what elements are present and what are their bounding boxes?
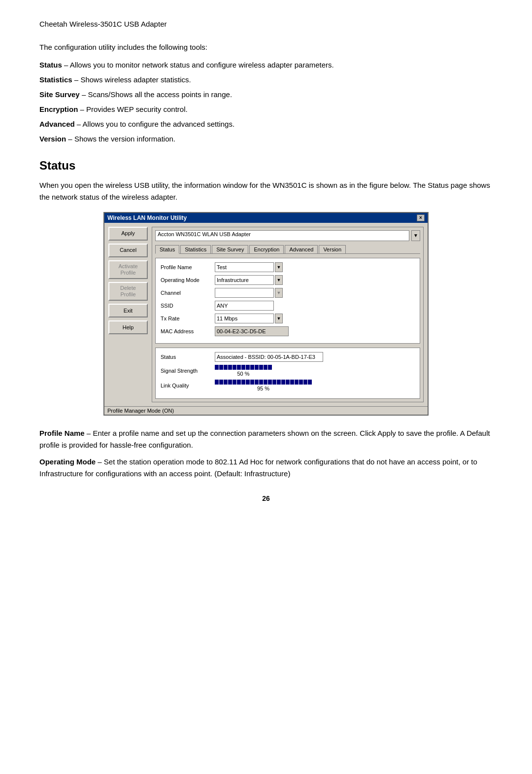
channel-label: Channel: [161, 290, 215, 296]
mac-address-row: MAC Address: [161, 326, 415, 336]
sidebar-btn-exit[interactable]: Exit: [108, 304, 148, 317]
feature-item: Site Survey – Scans/Shows all the access…: [39, 89, 493, 101]
ssid-label: SSID: [161, 303, 215, 309]
status-field-value: [215, 352, 323, 362]
page-header: Cheetah Wireless-3501C USB Adapter: [39, 20, 493, 28]
wlan-statusbar: Profile Manager Mode (ON): [104, 406, 428, 415]
intro-text: The configuration utility includes the f…: [39, 42, 493, 53]
header-title: Cheetah Wireless-3501C USB Adapter: [39, 20, 166, 28]
adapter-select[interactable]: Accton WN3501C WLAN USB Adapter: [155, 230, 409, 241]
sidebar-btn-apply[interactable]: Apply: [108, 227, 148, 241]
operating-mode-label: Operating Mode: [161, 277, 215, 283]
form-section: Profile Name ▼ Operating Mode ▼ Channel: [155, 258, 420, 344]
wlan-title: Wireless LAN Monitor Utility: [107, 214, 187, 221]
channel-control: ▼: [215, 288, 283, 298]
channel-row: Channel ▼: [161, 288, 415, 298]
profile-name-label: Profile Name: [161, 264, 215, 270]
feature-list: Status – Allows you to monitor network s…: [39, 59, 493, 145]
desc-item: Operating Mode – Set the station operati…: [39, 456, 493, 480]
desc-section: Profile Name – Enter a profile name and …: [39, 427, 493, 480]
wlan-sidebar: ApplyCancelActivateProfileDeleteProfileE…: [108, 227, 148, 402]
status-row: Status: [161, 352, 415, 362]
tab-advanced[interactable]: Advanced: [285, 245, 318, 253]
signal-strength-label: Signal Strength: [161, 368, 215, 374]
adapter-dropdown-arrow[interactable]: ▼: [411, 230, 420, 241]
sidebar-btn-cancel[interactable]: Cancel: [108, 244, 148, 257]
wlan-window: Wireless LAN Monitor Utility × ApplyCanc…: [103, 212, 429, 416]
link-quality-row: Link Quality 95 %: [161, 380, 415, 391]
channel-input[interactable]: [215, 288, 274, 298]
desc-item: Profile Name – Enter a profile name and …: [39, 427, 493, 451]
page-number: 26: [39, 494, 493, 502]
feature-item: Encryption – Provides WEP security contr…: [39, 104, 493, 115]
mac-address-label: MAC Address: [161, 328, 215, 334]
ssid-row: SSID: [161, 301, 415, 311]
section-intro: When you open the wireless USB utility, …: [39, 179, 493, 203]
link-quality-label: Link Quality: [161, 383, 215, 388]
feature-item: Statistics – Shows wireless adapter stat…: [39, 74, 493, 86]
tab-statistics[interactable]: Statistics: [180, 245, 211, 253]
sidebar-btn-delete-profile: DeleteProfile: [108, 282, 148, 301]
profile-name-row: Profile Name ▼: [161, 262, 415, 272]
operating-mode-control: ▼: [215, 275, 283, 285]
tab-site-survey[interactable]: Site Survey: [212, 245, 248, 253]
operating-mode-input[interactable]: [215, 275, 274, 285]
link-quality-bars: 95 %: [215, 380, 312, 391]
wlan-titlebar: Wireless LAN Monitor Utility ×: [104, 213, 428, 223]
feature-item: Advanced – Allows you to configure the a…: [39, 118, 493, 130]
profile-name-input[interactable]: [215, 262, 274, 272]
operating-mode-arrow[interactable]: ▼: [275, 275, 283, 285]
profile-name-control: ▼: [215, 262, 283, 272]
sidebar-btn-help[interactable]: Help: [108, 320, 148, 334]
status-field-label: Status: [161, 354, 215, 360]
tab-encryption[interactable]: Encryption: [249, 245, 284, 253]
wlan-body: ApplyCancelActivateProfileDeleteProfileE…: [104, 223, 428, 406]
sidebar-btn-activate-profile: ActivateProfile: [108, 260, 148, 279]
ssid-input[interactable]: [215, 301, 274, 311]
feature-item: Version – Shows the version information.: [39, 133, 493, 145]
tx-rate-label: Tx Rate: [161, 316, 215, 321]
close-button[interactable]: ×: [417, 214, 425, 221]
operating-mode-row: Operating Mode ▼: [161, 275, 415, 285]
profile-name-arrow[interactable]: ▼: [275, 262, 283, 272]
tx-rate-input[interactable]: [215, 314, 274, 323]
wlan-main-panel: Accton WN3501C WLAN USB Adapter ▼ Status…: [152, 227, 424, 402]
adapter-row: Accton WN3501C WLAN USB Adapter ▼: [155, 230, 420, 241]
statusbar-text: Profile Manager Mode (ON): [107, 408, 174, 414]
tx-rate-control: ▼: [215, 314, 283, 323]
tx-rate-arrow[interactable]: ▼: [275, 314, 283, 323]
tabs-row: StatusStatisticsSite SurveyEncryptionAdv…: [155, 245, 420, 254]
signal-strength-row: Signal Strength 50 %: [161, 365, 415, 377]
tab-version[interactable]: Version: [319, 245, 346, 253]
feature-item: Status – Allows you to monitor network s…: [39, 59, 493, 71]
mac-address-input: [215, 326, 289, 336]
tab-status[interactable]: Status: [155, 245, 179, 254]
channel-arrow[interactable]: ▼: [275, 288, 283, 298]
status-section: Status Signal Strength 50 % Link Quality…: [155, 348, 420, 399]
section-title: Status: [39, 159, 493, 173]
signal-strength-bars: 50 %: [215, 365, 272, 377]
tx-rate-row: Tx Rate ▼: [161, 314, 415, 323]
